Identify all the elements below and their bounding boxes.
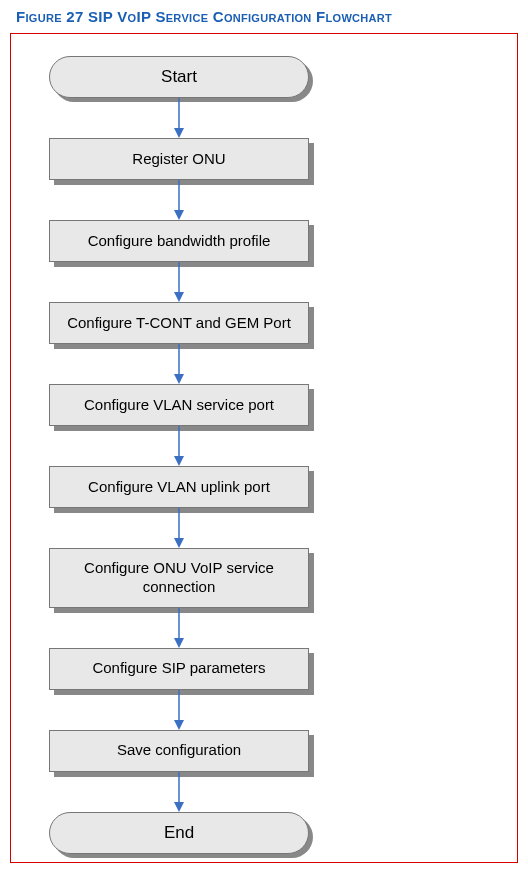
arrow <box>49 508 309 548</box>
arrow-down-icon <box>172 426 186 466</box>
arrow-down-icon <box>172 262 186 302</box>
arrow <box>49 98 309 138</box>
process-step: Configure ONU VoIP service connection <box>49 548 309 608</box>
svg-marker-15 <box>174 720 184 730</box>
svg-marker-11 <box>174 538 184 548</box>
process-step: Configure T-CONT and GEM Port <box>49 302 309 344</box>
flowchart: Start Register ONU Configure bandwid <box>49 56 329 854</box>
svg-marker-7 <box>174 374 184 384</box>
terminator-end-label: End <box>164 823 194 843</box>
arrow-down-icon <box>172 180 186 220</box>
terminator-end: End <box>49 812 309 854</box>
arrow-down-icon <box>172 98 186 138</box>
process-step: Register ONU <box>49 138 309 180</box>
arrow <box>49 426 309 466</box>
svg-marker-9 <box>174 456 184 466</box>
flowchart-frame: Start Register ONU Configure bandwid <box>10 33 518 863</box>
process-step-label: Save configuration <box>117 741 241 760</box>
process-step-label: Configure VLAN service port <box>84 396 274 415</box>
process-step-label: Configure SIP parameters <box>92 659 265 678</box>
arrow <box>49 690 309 730</box>
process-step-label: Configure T-CONT and GEM Port <box>67 314 291 333</box>
svg-marker-13 <box>174 638 184 648</box>
terminator-start: Start <box>49 56 309 98</box>
process-step-label: Register ONU <box>132 150 225 169</box>
process-step: Configure VLAN uplink port <box>49 466 309 508</box>
process-step-label: Configure ONU VoIP service connection <box>58 559 300 597</box>
svg-marker-1 <box>174 128 184 138</box>
terminator-start-label: Start <box>161 67 197 87</box>
process-step-label: Configure VLAN uplink port <box>88 478 270 497</box>
arrow <box>49 608 309 648</box>
arrow <box>49 344 309 384</box>
process-step: Save configuration <box>49 730 309 772</box>
arrow <box>49 262 309 302</box>
process-step-label: Configure bandwidth profile <box>88 232 271 251</box>
arrow-down-icon <box>172 508 186 548</box>
svg-marker-17 <box>174 802 184 812</box>
arrow-down-icon <box>172 772 186 812</box>
svg-marker-3 <box>174 210 184 220</box>
arrow <box>49 772 309 812</box>
figure-title: Figure 27 SIP VoIP Service Configuration… <box>0 0 528 33</box>
arrow-down-icon <box>172 690 186 730</box>
svg-marker-5 <box>174 292 184 302</box>
process-step: Configure SIP parameters <box>49 648 309 690</box>
arrow <box>49 180 309 220</box>
process-step: Configure bandwidth profile <box>49 220 309 262</box>
arrow-down-icon <box>172 608 186 648</box>
process-step: Configure VLAN service port <box>49 384 309 426</box>
arrow-down-icon <box>172 344 186 384</box>
